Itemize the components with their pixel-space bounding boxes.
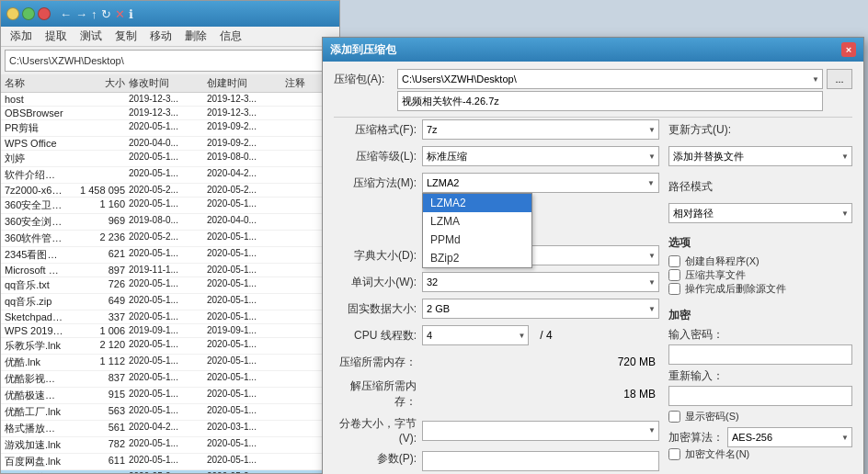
file-name: 优酷.lnk [5, 356, 64, 369]
file-row[interactable]: 优酷影视库.lnk 837 2020-05-1... 2020-05-1... [1, 371, 339, 388]
password-input[interactable] [668, 344, 852, 365]
cpu-select[interactable]: 4 2 1 [422, 325, 529, 345]
file-created: 2020-05-1... [207, 389, 285, 402]
close-button[interactable] [38, 7, 51, 20]
split-select[interactable] [422, 421, 659, 441]
file-row[interactable]: 360安全浏览器.lnk 969 2019-08-0... 2020-04-0.… [1, 214, 339, 231]
file-row[interactable]: 游戏加速.lnk 782 2020-05-1... 2020-05-1... [1, 437, 339, 454]
file-name: 百度网盘.lnk [5, 455, 64, 468]
menu-add[interactable]: 添加 [5, 27, 38, 46]
path-mode-select[interactable]: 相对路径 绝对路径 [668, 203, 852, 223]
encrypt-filenames-checkbox[interactable] [668, 448, 680, 460]
file-row[interactable]: Microsoft Office... 897 2019-11-1... 202… [1, 264, 339, 277]
forward-icon[interactable]: → [75, 7, 87, 21]
create-sfx-checkbox[interactable] [668, 255, 680, 267]
file-created: 2020-05-1... [207, 278, 285, 292]
method-dropdown-display[interactable]: LZMA2 [422, 173, 659, 193]
file-row[interactable]: 视频相关软件-4.2... 26 356 2020-05-2... 2020-0… [1, 470, 339, 473]
method-option[interactable]: PPMd [423, 231, 531, 249]
file-row[interactable]: 软件介绍视频 2020-05-1... 2020-04-2... [1, 167, 339, 184]
file-row[interactable]: host 2019-12-3... 2019-12-3... [1, 93, 339, 107]
file-row[interactable]: 刘婷 2020-05-1... 2019-08-0... [1, 151, 339, 167]
file-row[interactable]: Sketchpad.lnk 337 2020-05-1... 2020-05-1… [1, 310, 339, 324]
params-row: 参数(P): [334, 451, 659, 471]
mem-compress-row: 压缩所需内存： 720 MB [334, 352, 659, 372]
file-list-header: 名称 大小 修改时间 创建时间 注释 [1, 74, 339, 93]
file-size: 1 006 [64, 325, 129, 336]
file-created: 2020-03-1... [207, 422, 285, 435]
menu-move[interactable]: 移动 [144, 27, 177, 46]
format-label: 压缩格式(F): [334, 122, 417, 138]
close-title-icon[interactable]: ✕ [115, 7, 125, 21]
file-size: 969 [64, 215, 129, 229]
algorithm-select[interactable]: AES-256 [727, 427, 852, 447]
file-row[interactable]: WPS Office 2020-04-0... 2019-09-2... [1, 137, 339, 151]
file-created: 2019-12-3... [207, 94, 285, 105]
archive-browse-button[interactable]: ... [827, 69, 852, 89]
back-icon[interactable]: ← [60, 7, 72, 21]
archive-file-input[interactable] [397, 91, 823, 111]
file-row[interactable]: 7z2000-x64.exe 1 458 095 2020-05-2... 20… [1, 184, 339, 198]
up-icon[interactable]: ↑ [91, 7, 97, 21]
word-size-select[interactable]: 32 64 [422, 272, 659, 292]
refresh-icon[interactable]: ↻ [101, 7, 111, 21]
format-select[interactable]: 7z zip tar [422, 119, 659, 140]
method-option[interactable]: BZip2 [423, 249, 531, 267]
file-size: 337 [64, 311, 129, 322]
create-sfx-label: 创建自释程序(X) [685, 254, 760, 268]
method-option[interactable]: LZMA2 [423, 194, 531, 212]
archive-path-select[interactable]: C:\Users\XZWH\Desktop\ [397, 69, 823, 89]
file-row[interactable]: 优酷.lnk 1 112 2020-05-1... 2020-05-1... [1, 355, 339, 371]
cpu-label: CPU 线程数: [334, 328, 417, 344]
file-row[interactable]: WPS 2019.lnk 1 006 2019-09-1... 2019-09-… [1, 324, 339, 338]
file-name: 游戏加速.lnk [5, 438, 64, 452]
file-size: 782 [64, 438, 129, 452]
file-row[interactable]: 乐教乐学.lnk 2 120 2020-05-1... 2020-05-1... [1, 338, 339, 355]
address-bar[interactable]: C:\Users\XZWH\Desktop\ [5, 50, 336, 72]
file-row[interactable]: 2345看图王.lnk 621 2020-05-1... 2020-05-1..… [1, 247, 339, 264]
path-mode-row: 路径模式 [668, 176, 852, 197]
file-row[interactable]: 百度网盘.lnk 611 2020-05-1... 2020-05-1... [1, 454, 339, 470]
delete-after-checkbox[interactable] [668, 283, 680, 295]
menu-extract[interactable]: 提取 [40, 27, 73, 46]
file-row[interactable]: 360软件管家.lnk 2 236 2020-05-2... 2020-05-1… [1, 231, 339, 247]
dialog-close-button[interactable]: × [841, 42, 856, 57]
enter-password-label: 输入密码： [668, 327, 852, 343]
mem-decompress-value: 18 MB [623, 388, 659, 401]
algorithm-row: 加密算法： AES-256 ▼ [668, 427, 852, 447]
update-mode-select[interactable]: 添加并替换文件 [668, 146, 852, 166]
delete-after-row: 操作完成后删除源文件 [668, 282, 852, 296]
file-row[interactable]: qq音乐.zip 649 2020-05-1... 2020-05-1... [1, 294, 339, 310]
file-row[interactable]: 格式播放器.lnk 561 2020-04-2... 2020-03-1... [1, 421, 339, 437]
file-row[interactable]: 优酷工厂.lnk 563 2020-05-1... 2020-05-1... [1, 404, 339, 421]
minimize-button[interactable] [6, 7, 19, 20]
solid-select[interactable]: 2 GB 1 GB [422, 299, 659, 319]
file-modified: 2020-05-1... [129, 152, 207, 165]
file-name: Sketchpad.lnk [5, 311, 64, 322]
level-select[interactable]: 标准压缩 最大压缩 极限压缩 [422, 146, 659, 166]
info-icon[interactable]: ℹ [129, 7, 133, 21]
menu-copy[interactable]: 复制 [109, 27, 143, 46]
file-row[interactable]: 360安全卫士.lnk 1 160 2020-05-1... 2020-05-1… [1, 198, 339, 214]
archive-file-row [323, 91, 863, 115]
method-label: 压缩方法(M): [334, 175, 417, 191]
level-label: 压缩等级(L): [334, 149, 417, 164]
dialog-title-bar: 添加到压缩包 × [323, 38, 863, 62]
file-row[interactable]: 优酷极速版.lnk 915 2020-05-1... 2020-05-1... [1, 388, 339, 404]
file-created: 2019-09-2... [207, 121, 285, 135]
show-password-checkbox[interactable] [668, 411, 680, 423]
params-input[interactable] [422, 451, 659, 471]
menu-delete[interactable]: 删除 [179, 27, 212, 46]
reenter-input[interactable] [668, 386, 852, 406]
menu-test[interactable]: 测试 [74, 27, 108, 46]
method-option[interactable]: LZMA [423, 212, 531, 231]
file-created: 2020-05-1... [207, 311, 285, 322]
menu-info[interactable]: 信息 [214, 27, 247, 46]
file-row[interactable]: OBSBrowser 2019-12-3... 2019-12-3... [1, 107, 339, 120]
file-row[interactable]: PR剪辑 2020-05-1... 2019-09-2... [1, 120, 339, 137]
maximize-button[interactable] [22, 7, 35, 20]
compress-shared-checkbox[interactable] [668, 269, 680, 281]
address-text: C:\Users\XZWH\Desktop\ [9, 55, 124, 66]
file-row[interactable]: qq音乐.txt 726 2020-05-1... 2020-05-1... [1, 277, 339, 294]
file-created: 2020-04-0... [207, 215, 285, 229]
